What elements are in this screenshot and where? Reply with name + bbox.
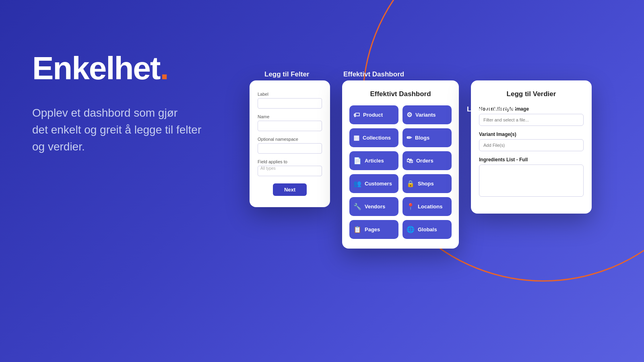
btn-shops[interactable]: 🔒 Shops: [402, 174, 452, 193]
next-button[interactable]: Next: [273, 183, 307, 196]
btn-vendors[interactable]: 🔧 Vendors: [349, 197, 398, 216]
btn-articles[interactable]: 📄 Articles: [349, 151, 398, 170]
btn-variants-label: Variants: [415, 112, 436, 118]
variants-icon: ⚙: [407, 111, 412, 119]
field-input-namespace[interactable]: [258, 143, 322, 154]
btn-vendors-label: Vendors: [365, 204, 385, 210]
btn-locations-label: Locations: [418, 204, 442, 210]
blogs-icon: ✏: [407, 134, 412, 142]
locations-icon: 📍: [407, 203, 415, 210]
customers-icon: 👥: [353, 180, 361, 187]
field-select-applies[interactable]: All types: [258, 166, 322, 176]
card-add-fields: Label Name Optional namespace Field appl…: [250, 80, 330, 207]
field-group-namespace: Optional namespace: [258, 137, 322, 154]
dashboard-grid: 🏷 Product ⚙ Variants ▦ Collections ✏ Blo…: [349, 105, 452, 239]
card3-title: Legg til Verdier: [479, 90, 584, 98]
field-label-label: Label: [258, 92, 322, 97]
btn-product-label: Product: [363, 112, 383, 118]
value-group-variant-images: Variant Image(s): [479, 132, 584, 151]
btn-collections-label: Collections: [363, 135, 391, 141]
card-add-values: Legg til Verdier Hover/Lifestyle Image V…: [471, 80, 592, 214]
value-group-ingredients: Ingredients List - Full: [479, 157, 584, 198]
articles-icon: 📄: [353, 157, 361, 165]
btn-variants[interactable]: ⚙ Variants: [402, 105, 452, 124]
card3-floating-title: Legg til Verdier: [467, 105, 516, 113]
card2-floating-title: Effektivt Dashbord: [343, 70, 404, 78]
btn-customers[interactable]: 👥 Customers: [349, 174, 398, 193]
field-input-name[interactable]: [258, 121, 322, 131]
ingredients-textarea[interactable]: [479, 165, 584, 197]
btn-orders[interactable]: 🛍 Orders: [402, 151, 452, 170]
btn-customers-label: Customers: [365, 181, 392, 187]
orders-icon: 🛍: [407, 157, 413, 165]
btn-globals-label: Globals: [418, 226, 437, 232]
btn-orders-label: Orders: [416, 158, 433, 164]
brand-description: Opplev et dashbord som gjørdet enkelt og…: [32, 105, 242, 155]
left-section: Enkelhet. Opplev et dashbord som gjørdet…: [32, 52, 242, 155]
card-dashboard: Effektivt Dashbord 🏷 Product ⚙ Variants …: [342, 80, 459, 249]
btn-product[interactable]: 🏷 Product: [349, 105, 398, 124]
btn-collections[interactable]: ▦ Collections: [349, 128, 398, 147]
btn-pages[interactable]: 📋 Pages: [349, 220, 398, 239]
field-label-namespace: Optional namespace: [258, 137, 322, 142]
pages-icon: 📋: [353, 226, 361, 233]
field-group-label: Label: [258, 92, 322, 109]
brand-title: Enkelhet.: [32, 52, 242, 84]
field-group-name: Name: [258, 114, 322, 131]
card1-floating-title: Legg til Felter: [264, 70, 309, 78]
globals-icon: 🌐: [407, 226, 415, 233]
btn-articles-label: Articles: [365, 158, 384, 164]
ingredients-label: Ingredients List - Full: [479, 157, 584, 162]
btn-globals[interactable]: 🌐 Globals: [402, 220, 452, 239]
collections-icon: ▦: [353, 134, 359, 142]
field-group-applies: Field applies to All types: [258, 159, 322, 176]
card2-title: Effektivt Dashbord: [349, 90, 452, 98]
brand-dot: .: [160, 50, 168, 86]
product-icon: 🏷: [353, 111, 360, 119]
btn-locations[interactable]: 📍 Locations: [402, 197, 452, 216]
field-input-label[interactable]: [258, 98, 322, 109]
btn-blogs-label: Blogs: [415, 135, 429, 141]
btn-shops-label: Shops: [418, 181, 434, 187]
variant-images-label: Variant Image(s): [479, 132, 584, 137]
shops-icon: 🔒: [407, 180, 415, 187]
hover-image-input[interactable]: [479, 114, 584, 126]
cards-container: Label Name Optional namespace Field appl…: [250, 80, 592, 249]
btn-pages-label: Pages: [365, 226, 380, 232]
field-label-applies: Field applies to: [258, 159, 322, 164]
btn-blogs[interactable]: ✏ Blogs: [402, 128, 452, 147]
field-label-name: Name: [258, 114, 322, 119]
variant-images-input[interactable]: [479, 139, 584, 151]
vendors-icon: 🔧: [353, 203, 361, 210]
